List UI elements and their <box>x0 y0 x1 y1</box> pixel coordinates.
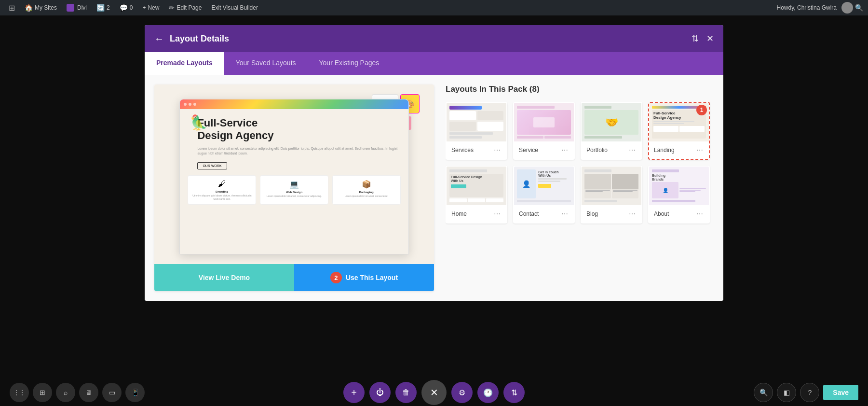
admin-bar: ⊞ 🏠 My Sites Divi 🔄 2 💬 0 + New ✏ Edit P… <box>0 0 868 15</box>
x-icon: ✕ <box>430 387 438 398</box>
toolbar-add-button[interactable]: + <box>343 382 365 403</box>
toolbar-mobile-button[interactable]: 📱 <box>125 383 145 402</box>
toolbar-close-button[interactable]: ✕ <box>421 380 447 405</box>
layout-name-landing: Landing <box>654 147 675 154</box>
main-content: ← Layout Details ⇅ ✕ Premade Layouts You… <box>0 15 868 406</box>
admin-edit-page[interactable]: ✏ Edit Page <box>165 0 205 15</box>
services-row: 🖌 Branding Ut enim aliquam quis labore d… <box>188 175 400 205</box>
admin-my-sites[interactable]: 🏠 My Sites <box>21 0 61 15</box>
layout-card-blog[interactable]: Blog ⋯ <box>581 166 642 224</box>
bird-icon: 🦜 <box>190 114 207 131</box>
toolbar-power-button[interactable]: ⏻ <box>369 382 391 403</box>
preview-buttons: View Live Demo 2 Use This Layout <box>154 264 434 291</box>
layout-menu-about[interactable]: ⋯ <box>695 209 704 219</box>
preview-panel: ▶ 🎨 ━━━ <box>154 84 434 291</box>
admin-wp-logo[interactable]: ⊞ <box>5 0 19 15</box>
toolbar-delete-button[interactable]: 🗑 <box>395 382 417 403</box>
toolbar-menu-button[interactable]: ⋮⋮ <box>10 383 29 402</box>
desktop-icon: 🖥 <box>85 389 92 396</box>
modal-header: ← Layout Details ⇅ ✕ <box>145 25 723 52</box>
use-this-layout-button[interactable]: 2 Use This Layout <box>294 264 434 291</box>
toolbar-search-right-button[interactable]: 🔍 <box>754 383 773 402</box>
toolbar-center: + ⏻ 🗑 ✕ ⚙ 🕐 ⇅ <box>343 380 525 405</box>
service-webdesign: 💻 Web Design Lorem ipsum dolor sit amet,… <box>260 175 328 205</box>
layouts-grid: Services ⋯ <box>446 102 710 224</box>
layouts-title: Layouts In This Pack (8) <box>446 84 714 94</box>
sync-icon: ⇅ <box>511 388 517 397</box>
layout-thumb-services <box>447 103 506 141</box>
layout-thumb-home: Full-Service DesignWith Us <box>447 167 506 205</box>
layout-menu-blog[interactable]: ⋯ <box>628 209 637 219</box>
layout-card-home[interactable]: Full-Service DesignWith Us <box>446 166 507 224</box>
admin-exit-vb[interactable]: Exit Visual Builder <box>207 0 262 15</box>
power-icon: ⏻ <box>376 388 384 397</box>
layout-card-contact[interactable]: 👤 Get in TouchWith Us <box>513 166 575 224</box>
browser-frame: 🦜 Full-ServiceDesign Agency Lorem ipsum … <box>179 99 408 254</box>
browser-dot-2 <box>189 103 191 106</box>
layout-menu-services[interactable]: ⋯ <box>493 145 502 155</box>
toolbar-tablet-button[interactable]: ▭ <box>102 383 122 402</box>
admin-updates[interactable]: 🔄 2 <box>93 0 114 15</box>
layout-name-blog: Blog <box>586 210 598 217</box>
service-desc-webdesign: Lorem ipsum dolor sit amet, consectetur … <box>264 195 324 198</box>
layout-card-services[interactable]: Services ⋯ <box>446 102 507 160</box>
toolbar-layers-button[interactable]: ◧ <box>777 383 796 402</box>
sort-icon[interactable]: ⇅ <box>692 33 699 44</box>
layers-icon: ◧ <box>784 389 790 396</box>
admin-new[interactable]: + New <box>138 0 163 15</box>
agency-para: Lorem ipsum dolor sit amet, consectetur … <box>197 146 400 156</box>
layout-info-blog: Blog ⋯ <box>582 205 641 223</box>
toolbar-settings-button[interactable]: ⚙ <box>451 382 473 403</box>
use-layout-badge: 2 <box>330 272 342 283</box>
layout-thumb-landing: Full-ServiceDesign Agency <box>649 103 709 141</box>
layout-menu-home[interactable]: ⋯ <box>493 209 502 219</box>
layout-name-contact: Contact <box>519 210 539 217</box>
service-name-packaging: Packaging <box>337 191 396 194</box>
layout-thumb-contact: 👤 Get in TouchWith Us <box>514 167 574 205</box>
layout-menu-landing[interactable]: ⋯ <box>695 145 704 155</box>
layout-info-about: About ⋯ <box>649 205 709 223</box>
layout-name-service: Service <box>519 147 538 154</box>
admin-search-icon[interactable]: 🔍 <box>855 4 863 12</box>
admin-comments[interactable]: 💬 0 <box>116 0 137 15</box>
tab-premade-layouts[interactable]: Premade Layouts <box>145 52 224 75</box>
layout-menu-contact[interactable]: ⋯ <box>560 209 569 219</box>
search-icon: ⌕ <box>64 389 68 396</box>
layouts-grid-container[interactable]: Services ⋯ <box>446 102 714 291</box>
layout-menu-service[interactable]: ⋯ <box>560 145 569 155</box>
tab-saved-layouts[interactable]: Your Saved Layouts <box>224 52 308 75</box>
help-icon: ? <box>808 389 812 396</box>
toolbar-desktop-button[interactable]: 🖥 <box>79 383 98 402</box>
layout-card-landing[interactable]: Full-ServiceDesign Agency <box>648 102 710 160</box>
view-live-demo-button[interactable]: View Live Demo <box>154 264 294 291</box>
service-name-branding: Branding <box>192 190 252 193</box>
modal-header-right: ⇅ ✕ <box>692 33 714 44</box>
toolbar-search-button[interactable]: ⌕ <box>56 383 75 402</box>
modal-title: Layout Details <box>170 34 229 44</box>
toolbar-help-button[interactable]: ? <box>800 383 819 402</box>
clock-icon: 🕐 <box>483 388 493 397</box>
toolbar-grid-button[interactable]: ⊞ <box>33 383 52 402</box>
service-desc-packaging: Lorem ipsum dolor sit amet, consectetur. <box>337 195 396 198</box>
tab-existing-pages[interactable]: Your Existing Pages <box>308 52 391 75</box>
agency-heading: Full-ServiceDesign Agency <box>197 117 400 142</box>
layout-thumb-service <box>514 103 574 141</box>
admin-divi[interactable]: Divi <box>63 0 91 15</box>
save-button[interactable]: Save <box>823 385 858 400</box>
layout-card-service[interactable]: Service ⋯ <box>513 102 575 160</box>
toolbar-history-button[interactable]: 🕐 <box>477 382 499 403</box>
browser-dot-1 <box>184 103 187 106</box>
back-icon[interactable]: ← <box>154 33 164 44</box>
layout-menu-portfolio[interactable]: ⋯ <box>628 145 637 155</box>
our-work-button[interactable]: OUR WORK <box>197 162 227 169</box>
toolbar-sync-button[interactable]: ⇅ <box>503 382 525 403</box>
webdesign-icon: 💻 <box>264 180 324 189</box>
layout-card-portfolio[interactable]: 🤝 Portfolio ⋯ <box>581 102 642 160</box>
layout-thumb-blog <box>582 167 641 205</box>
search-right-icon: 🔍 <box>760 389 768 396</box>
layout-info-services: Services ⋯ <box>447 141 506 159</box>
close-modal-icon[interactable]: ✕ <box>706 33 714 44</box>
toolbar-left: ⋮⋮ ⊞ ⌕ 🖥 ▭ 📱 <box>10 383 145 402</box>
layout-card-about[interactable]: BuildingBrands 👤 <box>648 166 710 224</box>
agency-hero: Full-ServiceDesign Agency Lorem ipsum do… <box>188 117 400 169</box>
